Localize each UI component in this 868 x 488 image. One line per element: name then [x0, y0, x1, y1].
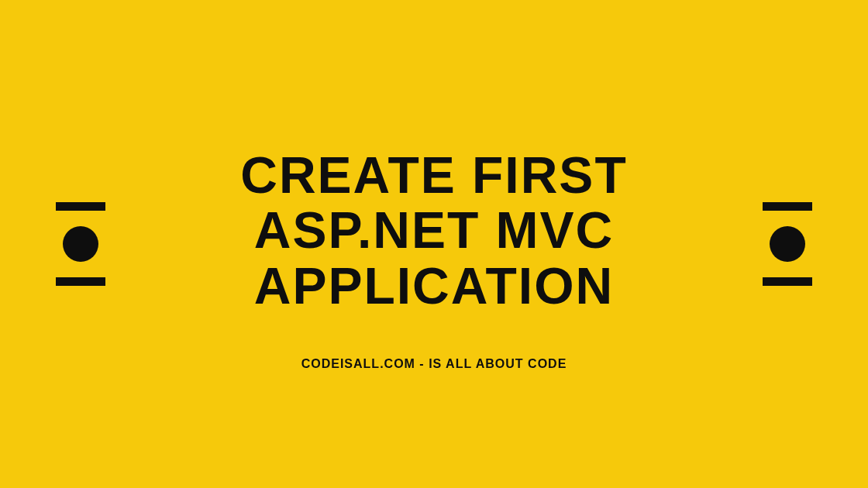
page-title: CREATE FIRST ASP.NET MVC APPLICATION	[143, 148, 725, 314]
main-content: CREATE FIRST ASP.NET MVC APPLICATION COD…	[143, 117, 725, 371]
dot-icon	[770, 226, 805, 262]
bar-bottom-icon	[56, 277, 105, 286]
bar-top-icon	[56, 202, 105, 211]
decoration-left-icon	[56, 202, 105, 286]
decoration-right-icon	[763, 202, 812, 286]
bar-bottom-icon	[763, 277, 812, 286]
dot-icon	[63, 226, 98, 262]
bar-top-icon	[763, 202, 812, 211]
page-subtitle: CODEISALL.COM - IS ALL ABOUT CODE	[143, 357, 725, 371]
